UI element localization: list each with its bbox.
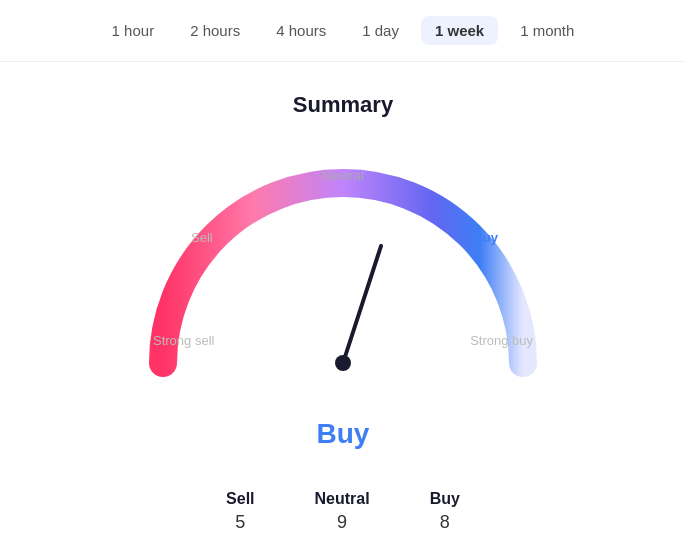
- label-buy: Buy: [473, 230, 498, 245]
- main-content: Summary Neutral Sell Buy Strong sell Str…: [0, 62, 686, 535]
- stat-neutral: Neutral 9: [315, 490, 370, 533]
- tab-1m[interactable]: 1 month: [506, 16, 588, 45]
- label-strong-buy: Strong buy: [470, 333, 533, 348]
- stat-buy-label: Buy: [430, 490, 460, 508]
- gauge-container: Neutral Sell Buy Strong sell Strong buy: [133, 158, 553, 398]
- time-period-tabs: 1 hour 2 hours 4 hours 1 day 1 week 1 mo…: [0, 0, 686, 62]
- tab-1h[interactable]: 1 hour: [98, 16, 169, 45]
- gauge-needle: [343, 246, 381, 363]
- label-strong-sell: Strong sell: [153, 333, 214, 348]
- stats-row: Sell 5 Neutral 9 Buy 8: [226, 490, 460, 533]
- stat-buy: Buy 8: [430, 490, 460, 533]
- label-neutral: Neutral: [322, 168, 364, 183]
- summary-title: Summary: [293, 92, 393, 118]
- stat-neutral-value: 9: [337, 512, 347, 533]
- gauge-needle-dot: [335, 355, 351, 371]
- stat-sell: Sell 5: [226, 490, 254, 533]
- stat-sell-value: 5: [235, 512, 245, 533]
- gauge-svg: [133, 158, 553, 398]
- tab-1d[interactable]: 1 day: [348, 16, 413, 45]
- stat-neutral-label: Neutral: [315, 490, 370, 508]
- gauge-arc: [163, 183, 523, 363]
- tab-2h[interactable]: 2 hours: [176, 16, 254, 45]
- tab-4h[interactable]: 4 hours: [262, 16, 340, 45]
- tab-1w[interactable]: 1 week: [421, 16, 498, 45]
- stat-sell-label: Sell: [226, 490, 254, 508]
- label-sell: Sell: [191, 230, 213, 245]
- result-label: Buy: [317, 418, 370, 450]
- stat-buy-value: 8: [440, 512, 450, 533]
